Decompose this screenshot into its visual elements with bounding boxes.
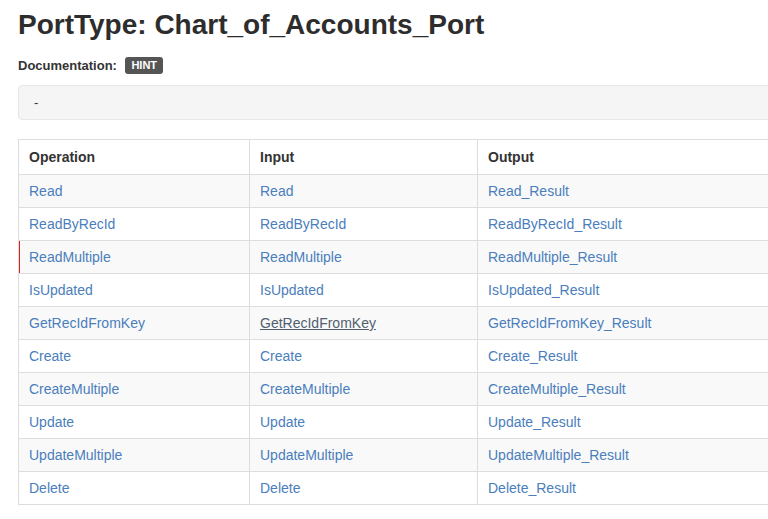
operation-cell: GetRecIdFromKey bbox=[19, 307, 250, 340]
operation-link[interactable]: IsUpdated bbox=[29, 282, 93, 298]
hint-badge: HINT bbox=[125, 57, 163, 74]
output-cell: ReadMultiple_Result bbox=[478, 241, 768, 274]
documentation-panel: - bbox=[18, 85, 768, 120]
table-row: CreateCreateCreate_Result bbox=[19, 340, 768, 373]
operations-table: Operation Input Output ReadReadRead_Resu… bbox=[18, 139, 768, 505]
operation-cell: IsUpdated bbox=[19, 274, 250, 307]
input-cell: Update bbox=[250, 406, 478, 439]
input-cell: CreateMultiple bbox=[250, 373, 478, 406]
operation-link[interactable]: ReadByRecId bbox=[29, 216, 115, 232]
column-header-operation: Operation bbox=[19, 140, 250, 175]
operation-link[interactable]: Update bbox=[29, 414, 74, 430]
input-link[interactable]: Read bbox=[260, 183, 293, 199]
column-header-output: Output bbox=[478, 140, 768, 175]
operation-link[interactable]: GetRecIdFromKey bbox=[29, 315, 145, 331]
output-link[interactable]: GetRecIdFromKey_Result bbox=[488, 315, 651, 331]
operation-link[interactable]: Delete bbox=[29, 480, 69, 496]
output-cell: Read_Result bbox=[478, 175, 768, 208]
operation-cell: Delete bbox=[19, 472, 250, 505]
output-cell: IsUpdated_Result bbox=[478, 274, 768, 307]
input-link[interactable]: CreateMultiple bbox=[260, 381, 350, 397]
input-cell: Create bbox=[250, 340, 478, 373]
input-cell: IsUpdated bbox=[250, 274, 478, 307]
input-cell: ReadByRecId bbox=[250, 208, 478, 241]
table-row: DeleteDeleteDelete_Result bbox=[19, 472, 768, 505]
output-link[interactable]: UpdateMultiple_Result bbox=[488, 447, 629, 463]
input-link[interactable]: IsUpdated bbox=[260, 282, 324, 298]
input-link[interactable]: ReadMultiple bbox=[260, 249, 342, 265]
table-row: ReadMultipleReadMultipleReadMultiple_Res… bbox=[19, 241, 768, 274]
table-row: UpdateUpdateUpdate_Result bbox=[19, 406, 768, 439]
output-link[interactable]: Delete_Result bbox=[488, 480, 576, 496]
column-header-input: Input bbox=[250, 140, 478, 175]
table-header-row: Operation Input Output bbox=[19, 140, 768, 175]
input-link[interactable]: GetRecIdFromKey bbox=[260, 315, 376, 331]
operation-link[interactable]: CreateMultiple bbox=[29, 381, 119, 397]
output-cell: GetRecIdFromKey_Result bbox=[478, 307, 768, 340]
table-row: UpdateMultipleUpdateMultipleUpdateMultip… bbox=[19, 439, 768, 472]
output-cell: Create_Result bbox=[478, 340, 768, 373]
table-row: CreateMultipleCreateMultipleCreateMultip… bbox=[19, 373, 768, 406]
input-link[interactable]: Update bbox=[260, 414, 305, 430]
output-cell: Delete_Result bbox=[478, 472, 768, 505]
operation-cell: Read bbox=[19, 175, 250, 208]
operation-cell: ReadMultiple bbox=[19, 241, 250, 274]
input-link[interactable]: ReadByRecId bbox=[260, 216, 346, 232]
output-link[interactable]: Update_Result bbox=[488, 414, 581, 430]
operation-cell: Create bbox=[19, 340, 250, 373]
operation-cell: UpdateMultiple bbox=[19, 439, 250, 472]
output-cell: ReadByRecId_Result bbox=[478, 208, 768, 241]
output-link[interactable]: ReadMultiple_Result bbox=[488, 249, 617, 265]
operation-link[interactable]: Read bbox=[29, 183, 62, 199]
input-cell: Delete bbox=[250, 472, 478, 505]
operation-cell: Update bbox=[19, 406, 250, 439]
operation-link[interactable]: UpdateMultiple bbox=[29, 447, 122, 463]
page: PortType: Chart_of_Accounts_Port Documen… bbox=[0, 0, 768, 505]
input-link[interactable]: Delete bbox=[260, 480, 300, 496]
documentation-label: Documentation: bbox=[18, 58, 117, 73]
page-title: PortType: Chart_of_Accounts_Port bbox=[18, 9, 768, 41]
output-cell: CreateMultiple_Result bbox=[478, 373, 768, 406]
operation-link[interactable]: ReadMultiple bbox=[29, 249, 111, 265]
input-link[interactable]: UpdateMultiple bbox=[260, 447, 353, 463]
documentation-line: Documentation: HINT bbox=[18, 56, 768, 74]
operation-link[interactable]: Create bbox=[29, 348, 71, 364]
output-cell: UpdateMultiple_Result bbox=[478, 439, 768, 472]
output-link[interactable]: IsUpdated_Result bbox=[488, 282, 599, 298]
operation-cell: CreateMultiple bbox=[19, 373, 250, 406]
table-row: GetRecIdFromKeyGetRecIdFromKeyGetRecIdFr… bbox=[19, 307, 768, 340]
output-link[interactable]: CreateMultiple_Result bbox=[488, 381, 626, 397]
table-row: IsUpdatedIsUpdatedIsUpdated_Result bbox=[19, 274, 768, 307]
output-link[interactable]: Create_Result bbox=[488, 348, 578, 364]
input-link[interactable]: Create bbox=[260, 348, 302, 364]
table-row: ReadByRecIdReadByRecIdReadByRecId_Result bbox=[19, 208, 768, 241]
output-link[interactable]: Read_Result bbox=[488, 183, 569, 199]
output-cell: Update_Result bbox=[478, 406, 768, 439]
table-row: ReadReadRead_Result bbox=[19, 175, 768, 208]
operation-cell: ReadByRecId bbox=[19, 208, 250, 241]
input-cell: GetRecIdFromKey bbox=[250, 307, 478, 340]
output-link[interactable]: ReadByRecId_Result bbox=[488, 216, 622, 232]
input-cell: Read bbox=[250, 175, 478, 208]
input-cell: ReadMultiple bbox=[250, 241, 478, 274]
documentation-text: - bbox=[34, 95, 38, 110]
input-cell: UpdateMultiple bbox=[250, 439, 478, 472]
